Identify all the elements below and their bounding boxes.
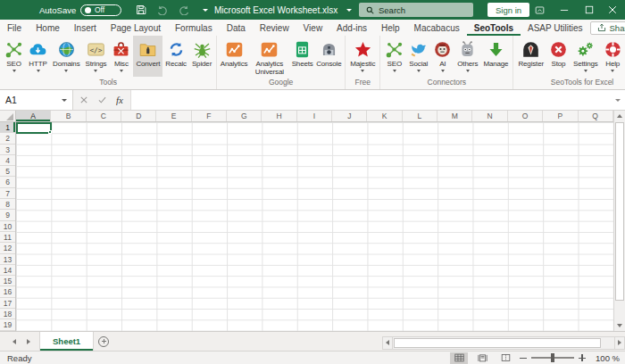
- tab-macabacus[interactable]: Macabacus: [407, 20, 467, 36]
- column-header-o[interactable]: O: [508, 111, 543, 121]
- expand-formula-bar-button[interactable]: [611, 90, 625, 110]
- ribbon-button-http[interactable]: HTTP: [26, 36, 50, 77]
- row-header-10[interactable]: 10: [0, 221, 15, 232]
- scroll-up-button[interactable]: [614, 111, 625, 121]
- horizontal-scrollbar[interactable]: [382, 335, 625, 351]
- row-header-7[interactable]: 7: [0, 188, 15, 199]
- next-sheet-button[interactable]: [27, 339, 30, 344]
- zoom-out-button[interactable]: [520, 354, 527, 361]
- row-header-4[interactable]: 4: [0, 155, 15, 166]
- tab-home[interactable]: Home: [29, 20, 67, 36]
- ribbon-button-ai[interactable]: AI: [430, 36, 454, 77]
- autosave-toggle[interactable]: Off: [80, 0, 121, 20]
- normal-view-button[interactable]: [450, 352, 468, 364]
- formula-input[interactable]: [131, 90, 611, 110]
- row-header-2[interactable]: 2: [0, 133, 15, 144]
- ribbon-button-register[interactable]: Register: [515, 36, 546, 77]
- sign-in-button[interactable]: Sign in: [488, 3, 529, 17]
- tab-seotools[interactable]: SeoTools: [467, 20, 521, 36]
- ribbon-button-manage[interactable]: Manage: [480, 36, 511, 77]
- horizontal-scrollbar-track[interactable]: [393, 336, 614, 350]
- zoom-slider-track[interactable]: [531, 357, 574, 359]
- minimize-button[interactable]: [555, 0, 573, 20]
- zoom-in-button[interactable]: [579, 354, 586, 361]
- row-header-3[interactable]: 3: [0, 145, 15, 155]
- ribbon-button-console[interactable]: Console: [315, 36, 344, 77]
- row-header-8[interactable]: 8: [0, 199, 15, 210]
- tab-asap-utilities[interactable]: ASAP Utilities: [521, 20, 590, 36]
- zoom-slider-thumb[interactable]: [551, 353, 554, 362]
- ribbon-button-settings[interactable]: Settings: [571, 36, 601, 77]
- column-header-j[interactable]: J: [332, 111, 367, 121]
- column-header-b[interactable]: B: [51, 111, 86, 121]
- column-header-q[interactable]: Q: [579, 111, 613, 121]
- scroll-right-button[interactable]: [614, 336, 625, 350]
- redo-button[interactable]: [177, 0, 191, 20]
- column-header-h[interactable]: H: [262, 111, 296, 121]
- column-header-c[interactable]: C: [87, 111, 121, 121]
- row-header-5[interactable]: 5: [0, 166, 15, 177]
- row-header-15[interactable]: 15: [0, 276, 15, 286]
- selected-cell-a1[interactable]: [16, 122, 52, 134]
- ribbon-button-convert[interactable]: Convert: [133, 36, 162, 77]
- column-header-a[interactable]: A: [16, 111, 51, 121]
- ribbon-button-analytics-universal[interactable]: Analytics Universal: [249, 36, 290, 77]
- ribbon-button-strings[interactable]: </>Strings: [83, 36, 110, 77]
- vertical-scrollbar-thumb[interactable]: [615, 122, 624, 301]
- column-header-e[interactable]: E: [156, 111, 191, 121]
- ribbon-button-recalc[interactable]: Recalc: [162, 36, 189, 77]
- search-input[interactable]: Search: [359, 3, 473, 17]
- ribbon-button-seo[interactable]: SEO: [2, 36, 26, 77]
- save-button[interactable]: [134, 0, 148, 20]
- tab-add-ins[interactable]: Add-ins: [329, 20, 374, 36]
- ribbon-button-help[interactable]: Help: [601, 36, 625, 77]
- zoom-level[interactable]: 100 %: [591, 353, 620, 363]
- cell-grid[interactable]: [16, 122, 613, 331]
- ribbon-button-majestic[interactable]: Majestic: [347, 36, 378, 77]
- ribbon-button-analytics[interactable]: Analytics: [219, 36, 249, 77]
- close-button[interactable]: [604, 0, 621, 20]
- ribbon-button-social[interactable]: Social: [406, 36, 430, 77]
- ribbon-display-options-button[interactable]: [530, 0, 548, 20]
- customize-quick-access-toolbar-button[interactable]: [198, 0, 212, 20]
- column-header-f[interactable]: F: [192, 111, 227, 121]
- page-break-preview-button[interactable]: [496, 352, 514, 364]
- ribbon-button-spider[interactable]: Spider: [189, 36, 214, 77]
- row-header-16[interactable]: 16: [0, 286, 15, 297]
- row-header-14[interactable]: 14: [0, 265, 15, 276]
- undo-button[interactable]: [155, 0, 170, 20]
- tab-help[interactable]: Help: [374, 20, 407, 36]
- cancel-button[interactable]: [75, 95, 93, 105]
- title-dropdown-button[interactable]: [346, 0, 352, 20]
- tab-file[interactable]: File: [0, 20, 29, 36]
- ribbon-button-others[interactable]: Others: [454, 36, 480, 77]
- tab-formulas[interactable]: Formulas: [168, 20, 220, 36]
- tab-data[interactable]: Data: [220, 20, 253, 36]
- fill-handle[interactable]: [48, 130, 52, 134]
- row-header-19[interactable]: 19: [0, 319, 15, 330]
- new-sheet-button[interactable]: [94, 332, 113, 351]
- tab-insert[interactable]: Insert: [67, 20, 104, 36]
- page-layout-view-button[interactable]: [473, 352, 491, 364]
- row-header-9[interactable]: 9: [0, 210, 15, 220]
- column-header-l[interactable]: L: [403, 111, 438, 121]
- column-header-m[interactable]: M: [438, 111, 472, 121]
- row-header-1[interactable]: 1: [0, 122, 15, 133]
- row-header-17[interactable]: 17: [0, 298, 15, 309]
- vertical-scrollbar[interactable]: [613, 111, 625, 331]
- maximize-button[interactable]: [580, 0, 598, 20]
- previous-sheet-button[interactable]: [12, 339, 16, 344]
- ribbon-button-stop[interactable]: Stop: [546, 36, 571, 77]
- row-header-6[interactable]: 6: [0, 177, 15, 187]
- row-header-18[interactable]: 18: [0, 309, 15, 319]
- ribbon-button-seo[interactable]: SEO: [382, 36, 406, 77]
- tab-page-layout[interactable]: Page Layout: [104, 20, 168, 36]
- horizontal-scrollbar-thumb[interactable]: [394, 338, 601, 348]
- select-all-button[interactable]: [0, 111, 16, 122]
- ribbon-button-domains[interactable]: Domains: [50, 36, 83, 77]
- row-header-13[interactable]: 13: [0, 254, 15, 265]
- scroll-left-button[interactable]: [382, 336, 393, 350]
- row-header-12[interactable]: 12: [0, 243, 15, 253]
- share-button[interactable]: Share: [590, 21, 625, 35]
- sheet-tab-sheet1[interactable]: Sheet1: [39, 332, 94, 351]
